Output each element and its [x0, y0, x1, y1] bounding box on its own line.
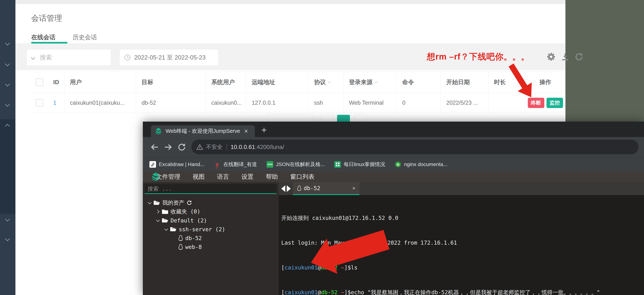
browser-tab-title: Web终端 - 欢迎使用JumpServe	[166, 127, 243, 135]
linux-daily-favicon-icon	[334, 161, 341, 168]
tab-online-sessions[interactable]: 在线会话	[31, 33, 56, 42]
search-input[interactable]	[40, 54, 100, 61]
tree-node-db-52[interactable]: db-52	[143, 234, 279, 242]
youdao-favicon-icon: y	[214, 161, 221, 168]
gear-icon[interactable]	[547, 53, 555, 61]
page-title: 会话管理	[31, 13, 62, 23]
terminate-button[interactable]: 终断	[528, 98, 544, 108]
monitor-button[interactable]: 监控	[546, 98, 563, 108]
browser-window: Web终端 - 欢迎使用JumpServe × + 不安全 10.0.0.61 …	[143, 122, 644, 295]
terminal-line: [caixukun01@db-52 ~]$ls	[281, 263, 644, 272]
sidebar-collapse-chevron-icon[interactable]	[5, 236, 10, 241]
row-target-cell: db-52	[136, 93, 206, 113]
scroll-left-icon[interactable]	[281, 185, 285, 192]
row-duration-cell	[488, 93, 525, 113]
bookmarks-bar: Excalidraw | Hand... y 在线翻译_有道 JSON JSON…	[143, 157, 644, 171]
header-command: 命令	[396, 72, 440, 93]
url-divider	[226, 143, 227, 150]
asset-search-input[interactable]	[145, 185, 270, 192]
row-checkbox[interactable]	[36, 99, 43, 107]
tree-node-web-8[interactable]: web-8	[143, 242, 279, 251]
sidebar-collapse-chevron-icon[interactable]	[5, 82, 10, 87]
header-protocol[interactable]: 协议	[308, 72, 343, 93]
tree-node-favorites[interactable]: 收藏夹 (0)	[143, 207, 279, 216]
header-id: ID	[48, 72, 64, 93]
tree-node-ssh-server[interactable]: ssh-server (2)	[143, 225, 279, 234]
tree-node-default[interactable]: Default (2)	[143, 216, 279, 225]
menu-view[interactable]: 视图	[192, 173, 205, 181]
table-search-box[interactable]	[26, 49, 111, 66]
header-target: 目标	[136, 72, 206, 93]
tab-close-icon[interactable]: ×	[244, 128, 248, 134]
bookmark-linux-daily[interactable]: 每日linux掌握情况	[334, 161, 385, 168]
menu-language[interactable]: 语言	[217, 173, 229, 181]
luna-menu-bar: 文件管理 视图 语言 设置 帮助 窗口列表	[143, 171, 644, 182]
sidebar-collapse-chevron-icon[interactable]	[5, 41, 10, 46]
date-range-picker[interactable]: 2022-05-21 至 2022-05-23	[119, 49, 218, 66]
sidebar-collapse-chevron-icon[interactable]	[5, 61, 10, 66]
terminal-tab-label: db-52	[304, 185, 352, 191]
tree-node-my-assets[interactable]: 我的资产	[143, 198, 279, 207]
table-toolbar	[547, 53, 583, 61]
linux-penguin-icon	[178, 235, 183, 241]
terminal-line: [caixukun01@db-52 ~]$echo "我是蔡旭困，我正在操作db…	[281, 288, 644, 295]
address-bar[interactable]: 不安全 10.0.0.61 :4200/luna/	[191, 140, 638, 154]
terminal-tab-db-52[interactable]: db-52 ×	[293, 182, 360, 195]
asset-tree: 我的资产 收藏夹 (0) Default (2) ssh-server (2)	[143, 198, 279, 251]
header-login-from[interactable]: 登录来源	[343, 72, 396, 93]
bookmark-nginx-docs[interactable]: N nginx documenta...	[395, 161, 448, 168]
jumpserver-logo-icon	[151, 172, 160, 181]
menu-help[interactable]: 帮助	[266, 173, 278, 181]
sidebar-collapse-chevron-icon[interactable]	[5, 102, 10, 107]
header-date-start: 开始日期	[440, 72, 488, 93]
back-icon[interactable]	[150, 143, 159, 152]
new-tab-icon[interactable]: +	[261, 125, 267, 136]
tab-history-sessions[interactable]: 历史会话	[73, 33, 97, 42]
terminal-line: Last login: Mon May 23 23:33:41 2022 fro…	[281, 239, 644, 247]
header-duration: 时长	[488, 72, 525, 93]
asset-search-box[interactable]	[145, 184, 276, 194]
folder-open-icon	[170, 226, 176, 232]
chevron-down-icon[interactable]	[148, 201, 152, 204]
tab-scroll-arrows[interactable]	[281, 185, 291, 192]
shell-prompt: [caixukun01@db-52 ~]$	[281, 289, 351, 295]
app-sidebar	[0, 0, 16, 295]
browser-tab[interactable]: Web终端 - 欢迎使用JumpServe ×	[151, 125, 255, 137]
browser-tab-strip: Web终端 - 欢迎使用JumpServe × +	[143, 122, 644, 137]
date-range-value: 2022-05-21 至 2022-05-23	[134, 54, 206, 62]
clock-icon	[124, 54, 131, 61]
bookmark-youdao[interactable]: y 在线翻译_有道	[214, 161, 257, 168]
nginx-favicon-icon: N	[395, 161, 401, 168]
filter-chevron-icon[interactable]	[328, 80, 331, 83]
sidebar-collapse-chevron-icon[interactable]	[5, 217, 10, 221]
menu-settings[interactable]: 设置	[242, 173, 254, 181]
bookmark-excalidraw[interactable]: Excalidraw | Hand...	[150, 161, 204, 168]
session-id-link[interactable]: 1	[53, 100, 56, 106]
asset-tree-panel: 我的资产 收藏夹 (0) Default (2) ssh-server (2)	[143, 182, 279, 295]
security-label: 不安全	[206, 143, 222, 151]
select-all-checkbox[interactable]	[36, 78, 43, 86]
filter-chevron-icon[interactable]	[374, 80, 378, 83]
reload-icon[interactable]	[177, 143, 186, 152]
annotation-text: 想rm –rf？下线吧你。。。	[427, 51, 530, 63]
bookmark-json-parser[interactable]: JSON JSON在线解析及格...	[266, 161, 325, 168]
excalidraw-favicon-icon	[150, 161, 156, 168]
not-secure-warning-icon	[196, 144, 203, 150]
tree-refresh-icon[interactable]	[186, 200, 192, 205]
forward-icon[interactable]	[164, 143, 172, 152]
chevron-down-icon[interactable]	[164, 227, 168, 231]
folder-icon	[162, 209, 168, 214]
chevron-down-icon[interactable]	[156, 218, 160, 222]
header-user: 用户	[64, 72, 136, 93]
json-favicon-icon: JSON	[266, 161, 273, 168]
menu-window-list[interactable]: 窗口列表	[290, 173, 314, 181]
download-icon[interactable]	[561, 53, 569, 61]
terminal-output[interactable]: 开始连接到 caixukun01@172.16.1.52 0.0 Last lo…	[279, 195, 644, 295]
table-row: 1 caixukun01(caixuku... db-52 caixukun0.…	[31, 93, 566, 113]
terminal-tab-close-icon[interactable]: ×	[352, 185, 356, 191]
scroll-right-icon[interactable]	[287, 185, 291, 192]
chevron-right-icon[interactable]	[156, 210, 159, 213]
row-user-cell: caixukun01(caixuku...	[64, 93, 136, 113]
header-actions: 操作	[525, 72, 566, 93]
refresh-icon[interactable]	[575, 53, 583, 61]
